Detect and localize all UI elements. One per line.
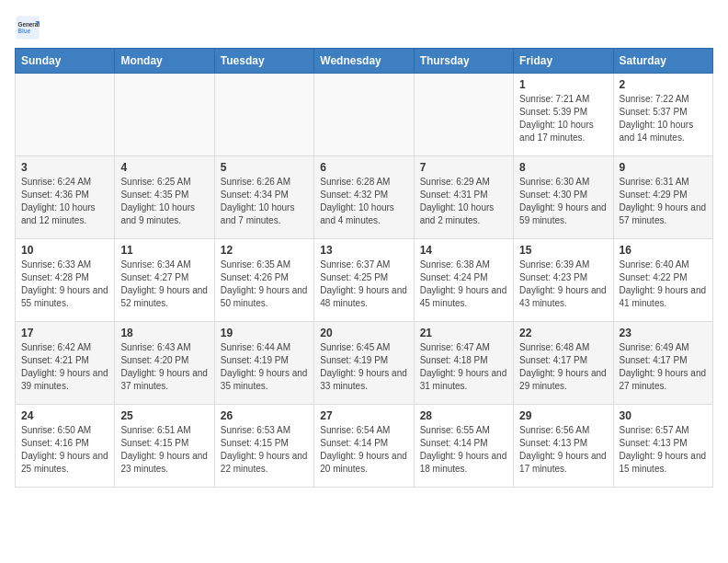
day-number: 1 — [519, 78, 607, 91]
calendar-cell: 19Sunrise: 6:44 AM Sunset: 4:19 PM Dayli… — [214, 322, 313, 405]
calendar-cell — [414, 74, 513, 156]
calendar-cell: 22Sunrise: 6:48 AM Sunset: 4:17 PM Dayli… — [514, 322, 613, 405]
day-number: 11 — [120, 244, 208, 257]
day-info: Sunrise: 6:26 AM Sunset: 4:34 PM Dayligh… — [221, 176, 308, 227]
calendar-cell: 14Sunrise: 6:38 AM Sunset: 4:24 PM Dayli… — [414, 239, 513, 322]
calendar-cell: 1Sunrise: 7:21 AM Sunset: 5:39 PM Daylig… — [514, 74, 613, 156]
day-info: Sunrise: 6:37 AM Sunset: 4:25 PM Dayligh… — [320, 259, 407, 310]
calendar-cell — [115, 74, 214, 156]
calendar-header: SundayMondayTuesdayWednesdayThursdayFrid… — [16, 49, 713, 74]
day-number: 17 — [21, 327, 108, 339]
calendar-week-row: 17Sunrise: 6:42 AM Sunset: 4:21 PM Dayli… — [16, 322, 713, 405]
day-info: Sunrise: 6:57 AM Sunset: 4:13 PM Dayligh… — [620, 424, 707, 476]
calendar-cell: 23Sunrise: 6:49 AM Sunset: 4:17 PM Dayli… — [613, 322, 712, 405]
calendar-cell: 30Sunrise: 6:57 AM Sunset: 4:13 PM Dayli… — [613, 405, 712, 488]
day-number: 29 — [519, 409, 607, 422]
weekday-header: Sunday — [16, 49, 115, 74]
calendar-cell: 15Sunrise: 6:39 AM Sunset: 4:23 PM Dayli… — [514, 239, 613, 322]
day-number: 13 — [320, 244, 407, 257]
day-info: Sunrise: 6:49 AM Sunset: 4:17 PM Dayligh… — [620, 341, 707, 393]
calendar-cell: 16Sunrise: 6:40 AM Sunset: 4:22 PM Dayli… — [613, 239, 712, 322]
day-info: Sunrise: 6:33 AM Sunset: 4:28 PM Dayligh… — [21, 259, 108, 310]
calendar-cell — [314, 74, 414, 156]
calendar-cell: 21Sunrise: 6:47 AM Sunset: 4:18 PM Dayli… — [414, 322, 513, 405]
day-info: Sunrise: 6:35 AM Sunset: 4:26 PM Dayligh… — [221, 259, 308, 310]
logo-icon: General Blue — [15, 15, 40, 40]
day-info: Sunrise: 7:22 AM Sunset: 5:37 PM Dayligh… — [620, 93, 707, 144]
calendar-cell: 6Sunrise: 6:28 AM Sunset: 4:32 PM Daylig… — [314, 156, 414, 239]
day-number: 14 — [420, 244, 507, 257]
day-info: Sunrise: 6:50 AM Sunset: 4:16 PM Dayligh… — [21, 424, 108, 476]
day-info: Sunrise: 6:28 AM Sunset: 4:32 PM Dayligh… — [320, 176, 407, 227]
calendar-week-row: 3Sunrise: 6:24 AM Sunset: 4:36 PM Daylig… — [16, 156, 713, 239]
day-number: 19 — [221, 327, 308, 339]
day-number: 4 — [120, 161, 208, 174]
day-number: 6 — [320, 161, 407, 174]
calendar-cell: 27Sunrise: 6:54 AM Sunset: 4:14 PM Dayli… — [314, 405, 414, 488]
calendar-cell: 7Sunrise: 6:29 AM Sunset: 4:31 PM Daylig… — [414, 156, 513, 239]
day-number: 28 — [420, 409, 507, 422]
day-info: Sunrise: 6:54 AM Sunset: 4:14 PM Dayligh… — [320, 424, 407, 476]
calendar-table: SundayMondayTuesdayWednesdayThursdayFrid… — [15, 48, 713, 488]
day-info: Sunrise: 6:56 AM Sunset: 4:13 PM Dayligh… — [519, 424, 607, 476]
header: General Blue — [15, 15, 713, 40]
day-info: Sunrise: 6:48 AM Sunset: 4:17 PM Dayligh… — [519, 341, 607, 393]
calendar-cell: 11Sunrise: 6:34 AM Sunset: 4:27 PM Dayli… — [115, 239, 214, 322]
calendar-cell: 13Sunrise: 6:37 AM Sunset: 4:25 PM Dayli… — [314, 239, 414, 322]
day-info: Sunrise: 6:44 AM Sunset: 4:19 PM Dayligh… — [221, 341, 308, 393]
day-number: 24 — [21, 409, 108, 422]
calendar-cell: 8Sunrise: 6:30 AM Sunset: 4:30 PM Daylig… — [514, 156, 613, 239]
weekday-header: Saturday — [613, 49, 712, 74]
calendar-cell: 28Sunrise: 6:55 AM Sunset: 4:14 PM Dayli… — [414, 405, 513, 488]
day-info: Sunrise: 6:29 AM Sunset: 4:31 PM Dayligh… — [420, 176, 507, 227]
day-info: Sunrise: 6:55 AM Sunset: 4:14 PM Dayligh… — [420, 424, 507, 476]
day-number: 8 — [519, 161, 607, 174]
calendar-cell: 26Sunrise: 6:53 AM Sunset: 4:15 PM Dayli… — [214, 405, 313, 488]
day-number: 5 — [221, 161, 308, 174]
day-number: 9 — [620, 161, 707, 174]
day-number: 27 — [320, 409, 407, 422]
calendar-cell — [16, 74, 115, 156]
day-number: 18 — [120, 327, 208, 339]
weekday-header: Friday — [514, 49, 613, 74]
day-number: 10 — [21, 244, 108, 257]
day-info: Sunrise: 6:47 AM Sunset: 4:18 PM Dayligh… — [420, 341, 507, 393]
day-info: Sunrise: 7:21 AM Sunset: 5:39 PM Dayligh… — [519, 93, 607, 144]
day-number: 7 — [420, 161, 507, 174]
day-info: Sunrise: 6:53 AM Sunset: 4:15 PM Dayligh… — [221, 424, 308, 476]
calendar-week-row: 10Sunrise: 6:33 AM Sunset: 4:28 PM Dayli… — [16, 239, 713, 322]
calendar-cell: 18Sunrise: 6:43 AM Sunset: 4:20 PM Dayli… — [115, 322, 214, 405]
day-number: 2 — [620, 78, 707, 91]
day-info: Sunrise: 6:40 AM Sunset: 4:22 PM Dayligh… — [620, 259, 707, 310]
day-number: 20 — [320, 327, 407, 339]
calendar-cell: 24Sunrise: 6:50 AM Sunset: 4:16 PM Dayli… — [16, 405, 115, 488]
day-number: 23 — [620, 327, 707, 339]
calendar-cell — [214, 74, 313, 156]
day-number: 15 — [519, 244, 607, 257]
day-number: 12 — [221, 244, 308, 257]
day-info: Sunrise: 6:30 AM Sunset: 4:30 PM Dayligh… — [519, 176, 607, 227]
calendar-cell: 25Sunrise: 6:51 AM Sunset: 4:15 PM Dayli… — [115, 405, 214, 488]
calendar-week-row: 24Sunrise: 6:50 AM Sunset: 4:16 PM Dayli… — [16, 405, 713, 488]
day-number: 21 — [420, 327, 507, 339]
calendar-cell: 12Sunrise: 6:35 AM Sunset: 4:26 PM Dayli… — [214, 239, 313, 322]
calendar-cell: 5Sunrise: 6:26 AM Sunset: 4:34 PM Daylig… — [214, 156, 313, 239]
day-info: Sunrise: 6:51 AM Sunset: 4:15 PM Dayligh… — [120, 424, 208, 476]
calendar-cell: 29Sunrise: 6:56 AM Sunset: 4:13 PM Dayli… — [514, 405, 613, 488]
svg-text:Blue: Blue — [18, 28, 31, 34]
weekday-header: Monday — [115, 49, 214, 74]
calendar-cell: 4Sunrise: 6:25 AM Sunset: 4:35 PM Daylig… — [115, 156, 214, 239]
calendar-cell: 20Sunrise: 6:45 AM Sunset: 4:19 PM Dayli… — [314, 322, 414, 405]
day-info: Sunrise: 6:25 AM Sunset: 4:35 PM Dayligh… — [120, 176, 208, 227]
day-info: Sunrise: 6:39 AM Sunset: 4:23 PM Dayligh… — [519, 259, 607, 310]
day-info: Sunrise: 6:24 AM Sunset: 4:36 PM Dayligh… — [21, 176, 108, 227]
calendar-cell: 17Sunrise: 6:42 AM Sunset: 4:21 PM Dayli… — [16, 322, 115, 405]
day-number: 16 — [620, 244, 707, 257]
weekday-header: Thursday — [414, 49, 513, 74]
day-number: 30 — [620, 409, 707, 422]
day-info: Sunrise: 6:34 AM Sunset: 4:27 PM Dayligh… — [120, 259, 208, 310]
weekday-header: Wednesday — [314, 49, 414, 74]
day-info: Sunrise: 6:42 AM Sunset: 4:21 PM Dayligh… — [21, 341, 108, 393]
day-number: 26 — [221, 409, 308, 422]
day-number: 3 — [21, 161, 108, 174]
